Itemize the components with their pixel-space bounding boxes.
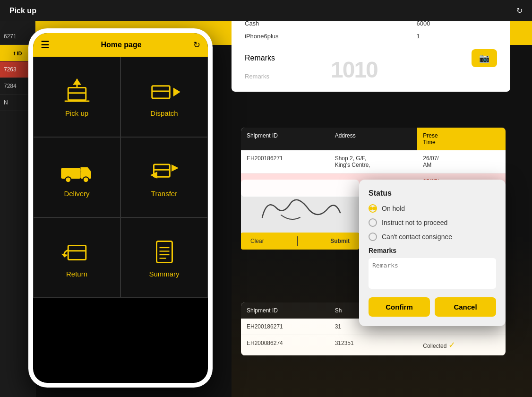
return-icon xyxy=(58,238,96,266)
radio-cantcontact[interactable] xyxy=(369,233,377,241)
svg-marker-15 xyxy=(173,87,180,96)
phone-mockup: ☰ Home page ↻ Pick up xyxy=(28,28,213,388)
time-cell: 26/07/AM xyxy=(417,150,506,173)
menu-icon[interactable]: ☰ xyxy=(41,39,49,51)
phone-refresh-icon[interactable]: ↻ xyxy=(193,40,200,50)
logo-watermark: 1010 xyxy=(331,57,378,83)
svg-marker-18 xyxy=(80,167,91,172)
remarks-input[interactable] xyxy=(369,258,496,289)
camera-button[interactable]: 📷 xyxy=(472,49,497,67)
table-row[interactable]: EH200186271 Shop 2, G/F,King's Centre, 2… xyxy=(241,150,506,173)
grid-item-delivery[interactable]: Delivery xyxy=(33,137,120,217)
cantcontact-label: Can't contact consignee xyxy=(382,233,452,241)
svg-point-19 xyxy=(65,177,71,182)
id-header-text: t ID xyxy=(14,51,22,56)
svg-point-20 xyxy=(83,177,88,182)
delivery-icon xyxy=(58,157,96,186)
grid-item-pickup[interactable]: Pick up xyxy=(33,57,120,137)
dialog-buttons: Confirm Cancel xyxy=(369,297,496,317)
svg-rect-25 xyxy=(68,245,86,259)
summary-icon xyxy=(146,238,183,266)
address-cell: Shop 2, G/F,King's Centre, xyxy=(329,150,418,173)
remarks-placeholder: Remarks xyxy=(245,73,269,80)
status-dialog: Status On hold Instruct not to proceed C… xyxy=(359,180,506,326)
phone-screen: ☰ Home page ↻ Pick up xyxy=(33,33,208,383)
refresh-icon[interactable]: ↻ xyxy=(516,6,523,15)
svg-rect-8 xyxy=(68,87,86,100)
grid-label-delivery: Delivery xyxy=(64,190,89,198)
grid-label-summary: Summary xyxy=(149,270,179,278)
shipment-table-header: Shipment ID Address PreseTime xyxy=(241,128,506,150)
pickup-icon xyxy=(58,77,96,105)
pickup-title: Pick up xyxy=(9,7,36,15)
onhold-label: On hold xyxy=(382,205,405,212)
status-option-cantcontact[interactable]: Can't contact consignee xyxy=(369,233,496,241)
pickup-header-left: Pick up xyxy=(9,7,36,15)
grid-label-pickup: Pick up xyxy=(65,109,88,117)
svg-marker-23 xyxy=(172,164,179,172)
grid-item-dispatch[interactable]: Dispatch xyxy=(120,57,208,137)
time-header: PreseTime xyxy=(417,128,506,150)
confirm-button[interactable]: Confirm xyxy=(369,297,430,317)
grid-item-summary[interactable]: Summary xyxy=(120,217,208,298)
cancel-button[interactable]: Cancel xyxy=(435,297,496,317)
svg-rect-16 xyxy=(61,168,80,179)
grid-item-transfer[interactable]: Transfer xyxy=(120,137,208,217)
phone-title: Home page xyxy=(101,41,141,49)
dispatch-icon xyxy=(146,77,183,105)
status-option-onhold[interactable]: On hold xyxy=(369,204,496,213)
svg-marker-27 xyxy=(61,253,68,257)
grid-item-return[interactable]: Return xyxy=(33,217,120,298)
phone-grid: Pick up Dispatch xyxy=(33,57,208,298)
address-header: Address xyxy=(329,128,418,150)
phone-header: ☰ Home page ↻ xyxy=(33,33,208,57)
signature-area[interactable] xyxy=(241,180,359,236)
signature-svg xyxy=(253,189,347,227)
remarks-section-title: Remarks xyxy=(369,247,496,254)
table-row: iPhone6plus 1 xyxy=(241,30,501,43)
svg-rect-13 xyxy=(152,86,170,98)
grid-label-dispatch: Dispatch xyxy=(150,109,178,117)
grid-label-transfer: Transfer xyxy=(151,190,177,198)
transfer-icon xyxy=(146,157,183,186)
shipment-id-cell: EH200186271 xyxy=(241,150,329,173)
status-dialog-title: Status xyxy=(369,189,496,198)
remarks-label: Remarks xyxy=(245,54,275,62)
pickup-header: Pick up ↻ xyxy=(0,0,532,21)
grid-label-return: Return xyxy=(66,270,87,278)
radio-onhold[interactable] xyxy=(369,204,377,213)
instruct-label: Instruct not to proceed xyxy=(382,219,447,226)
status-option-instruct[interactable]: Instruct not to proceed xyxy=(369,218,496,227)
shipment-id-header: Shipment ID xyxy=(241,128,329,150)
svg-rect-28 xyxy=(156,241,172,262)
radio-instruct[interactable] xyxy=(369,218,377,227)
